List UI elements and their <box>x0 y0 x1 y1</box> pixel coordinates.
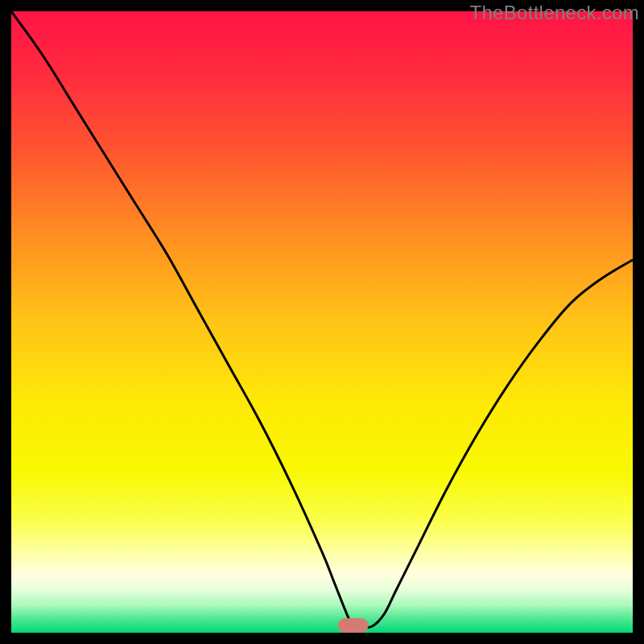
optimal-point-marker <box>338 618 369 633</box>
chart-frame <box>11 11 633 633</box>
watermark-text: TheBottleneck.com <box>469 2 639 24</box>
bottleneck-chart <box>11 11 633 633</box>
gradient-background <box>11 11 633 633</box>
